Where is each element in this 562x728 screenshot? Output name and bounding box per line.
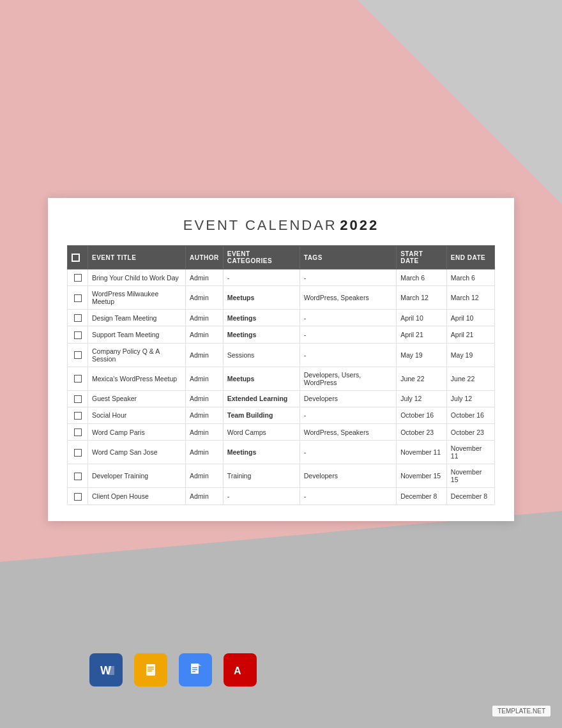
header-tags: TAGS (300, 246, 396, 269)
row-checkbox-cell[interactable] (68, 390, 88, 407)
table-row: Guest SpeakerAdminExtended LearningDevel… (68, 390, 495, 407)
cell-event_title: Guest Speaker (88, 390, 186, 407)
row-checkbox-box[interactable] (74, 428, 82, 436)
row-checkbox-cell[interactable] (68, 326, 88, 343)
cell-event_title: Mexica's WordPress Meetup (88, 367, 186, 390)
row-checkbox-cell[interactable] (68, 464, 88, 488)
row-checkbox-box[interactable] (74, 274, 82, 282)
bg-gray-triangle (358, 0, 562, 204)
table-row: Bring Your Child to Work DayAdmin--March… (68, 269, 495, 286)
header-author: AUTHOR (185, 246, 223, 269)
cell-tags: WordPress, Speakers (300, 424, 396, 441)
cell-author: Admin (185, 310, 223, 326)
header-checkbox[interactable] (68, 246, 88, 269)
cell-author: Admin (185, 367, 223, 390)
bg-gray-bottom (0, 562, 562, 728)
cell-start_date: June 22 (397, 367, 447, 390)
cell-tags: - (300, 343, 396, 367)
row-checkbox-box[interactable] (74, 375, 82, 383)
table-row: Word Camp ParisAdminWord CampsWordPress,… (68, 424, 495, 441)
row-checkbox-cell[interactable] (68, 310, 88, 326)
svg-rect-5 (148, 667, 154, 668)
svg-rect-9 (191, 664, 199, 674)
watermark: TEMPLATE.NET (492, 706, 551, 717)
cell-event_categories: - (223, 269, 300, 286)
title-area: EVENT CALENDAR 2022 (67, 217, 495, 234)
cell-author: Admin (185, 488, 223, 504)
table-row: Support Team MeetingAdminMeetings-April … (68, 326, 495, 343)
word-icon[interactable]: W (89, 653, 123, 686)
table-row: Design Team MeetingAdminMeetings-April 1… (68, 310, 495, 326)
cell-start_date: October 23 (397, 424, 447, 441)
svg-rect-11 (192, 667, 197, 668)
cell-start_date: April 10 (397, 310, 447, 326)
cell-start_date: July 12 (397, 390, 447, 407)
header-checkbox-box[interactable] (72, 254, 80, 262)
cell-event_title: Client Open House (88, 488, 186, 504)
cell-author: Admin (185, 286, 223, 310)
cell-end_date: April 21 (446, 326, 494, 343)
cell-author: Admin (185, 424, 223, 441)
cell-end_date: June 22 (446, 367, 494, 390)
cell-start_date: April 21 (397, 326, 447, 343)
table-row: Company Policy Q & A SessionAdminSession… (68, 343, 495, 367)
app-icons-area: W A (89, 653, 257, 686)
table-row: WordPress Milwaukee MeetupAdminMeetupsWo… (68, 286, 495, 310)
row-checkbox-box[interactable] (74, 294, 82, 302)
cell-event_categories: Meetings (223, 310, 300, 326)
cell-start_date: December 8 (397, 488, 447, 504)
cell-author: Admin (185, 407, 223, 423)
row-checkbox-cell[interactable] (68, 441, 88, 464)
row-checkbox-box[interactable] (74, 314, 82, 322)
cell-end_date: December 8 (446, 488, 494, 504)
row-checkbox-box[interactable] (74, 412, 82, 420)
acrobat-icon[interactable]: A (224, 653, 257, 686)
cell-event_title: Word Camp San Jose (88, 441, 186, 464)
cell-event_title: WordPress Milwaukee Meetup (88, 286, 186, 310)
cell-event_title: Bring Your Child to Work Day (88, 269, 186, 286)
row-checkbox-box[interactable] (74, 395, 82, 403)
cell-author: Admin (185, 390, 223, 407)
row-checkbox-box[interactable] (74, 351, 82, 359)
table-row: Word Camp San JoseAdminMeetings-November… (68, 441, 495, 464)
cell-event_title: Social Hour (88, 407, 186, 423)
svg-rect-7 (148, 671, 152, 672)
cell-tags: - (300, 441, 396, 464)
row-checkbox-cell[interactable] (68, 367, 88, 390)
cell-start_date: November 11 (397, 441, 447, 464)
row-checkbox-box[interactable] (74, 449, 82, 457)
row-checkbox-box[interactable] (74, 493, 82, 501)
pages-icon[interactable] (134, 653, 167, 686)
row-checkbox-cell[interactable] (68, 286, 88, 310)
header-start-date: START DATE (397, 246, 447, 269)
cell-event_title: Design Team Meeting (88, 310, 186, 326)
header-event-categories: EVENT CATEGORIES (223, 246, 300, 269)
cell-event_categories: - (223, 488, 300, 504)
cell-event_categories: Team Building (223, 407, 300, 423)
table-row: Developer TrainingAdminTrainingDeveloper… (68, 464, 495, 488)
table-row: Social HourAdminTeam Building-October 16… (68, 407, 495, 423)
cell-author: Admin (185, 441, 223, 464)
table-row: Mexica's WordPress MeetupAdminMeetupsDev… (68, 367, 495, 390)
cell-tags: Developers (300, 464, 396, 488)
title-prefix: EVENT CALENDAR (183, 217, 337, 233)
row-checkbox-cell[interactable] (68, 488, 88, 504)
cell-end_date: October 23 (446, 424, 494, 441)
cell-event_categories: Sessions (223, 343, 300, 367)
row-checkbox-cell[interactable] (68, 424, 88, 441)
row-checkbox-cell[interactable] (68, 407, 88, 423)
cell-author: Admin (185, 326, 223, 343)
svg-rect-4 (146, 664, 155, 676)
event-table: EVENT TITLE AUTHOR EVENT CATEGORIES TAGS… (67, 245, 495, 505)
header-event-title: EVENT TITLE (88, 246, 186, 269)
svg-rect-6 (148, 669, 154, 670)
row-checkbox-box[interactable] (74, 473, 82, 480)
cell-tags: - (300, 407, 396, 423)
row-checkbox-cell[interactable] (68, 269, 88, 286)
cell-author: Admin (185, 269, 223, 286)
gdocs-icon[interactable] (179, 653, 212, 686)
header-end-date: END DATE (446, 246, 494, 269)
cell-event_categories: Meetups (223, 367, 300, 390)
row-checkbox-cell[interactable] (68, 343, 88, 367)
row-checkbox-box[interactable] (74, 331, 82, 339)
